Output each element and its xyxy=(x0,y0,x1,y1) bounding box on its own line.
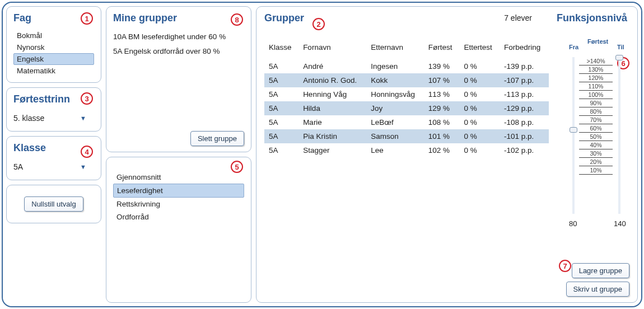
fortesttrinn-panel: 3 Førtesttrinn 5. klasse ▼ xyxy=(6,87,101,132)
group-item[interactable]: 10A BM leseferdighet under 60 % xyxy=(113,30,244,44)
fag-list: BokmålNynorskEngelskMatematikk xyxy=(13,30,94,77)
category-item[interactable]: Ordforråd xyxy=(113,210,244,223)
range-min: 80 xyxy=(569,219,577,228)
mine-grupper-list: 10A BM leseferdighet under 60 %5A Engels… xyxy=(113,30,244,58)
cell-etternavn: Ingesen xyxy=(366,59,424,73)
cell-forbedring: -129 p.p. xyxy=(500,101,549,115)
cell-klasse: 5A xyxy=(264,115,298,129)
cell-ettertest: 0 % xyxy=(459,59,500,73)
group-item[interactable]: 5A Engelsk ordforråd over 80 % xyxy=(113,44,244,59)
klasse-dropdown[interactable]: 5A ▼ xyxy=(13,160,86,174)
mid-column: 8 Mine grupper 10A BM leseferdighet unde… xyxy=(106,6,251,303)
table-zone: Grupper 2 7 elever KlasseFornavnEtternav… xyxy=(264,12,549,296)
scale-tick: 50% xyxy=(579,133,613,141)
scale-tick: 40% xyxy=(579,141,613,149)
scale-tick: 80% xyxy=(579,107,613,116)
category-item[interactable]: Rettskrivning xyxy=(113,198,244,210)
cell-klasse: 5A xyxy=(264,87,298,101)
fag-item[interactable]: Engelsk xyxy=(13,53,94,65)
scale-tick: 60% xyxy=(579,124,613,133)
reset-panel: Nullstill utvalg xyxy=(6,185,101,223)
badge-8: 8 xyxy=(231,13,243,26)
table-row[interactable]: 5AStaggerLee102 %0 %-102 p.p. xyxy=(264,143,549,157)
chevron-down-icon: ▼ xyxy=(80,163,86,170)
fag-item[interactable]: Nynorsk xyxy=(13,41,94,53)
cell-ettertest: 0 % xyxy=(459,129,500,143)
scale-tick: 20% xyxy=(579,158,613,166)
delete-group-button[interactable]: Slett gruppe xyxy=(190,131,244,146)
table-row[interactable]: 5AHildaJoy129 %0 %-129 p.p. xyxy=(264,101,549,115)
scale-tick: 10% xyxy=(579,166,613,175)
cell-fortest: 101 % xyxy=(424,129,460,143)
cell-forbedring: -107 p.p. xyxy=(500,73,549,87)
badge-3: 3 xyxy=(81,92,93,105)
category-item[interactable]: Leseferdighet xyxy=(113,184,244,198)
column-header[interactable]: Ettertest xyxy=(459,40,500,59)
cell-etternavn: Kokk xyxy=(366,73,424,87)
cell-forbedring: -113 p.p. xyxy=(500,87,549,101)
cell-fortest: 129 % xyxy=(424,101,460,115)
mine-grupper-title: Mine grupper xyxy=(113,12,244,24)
scale-tick: 90% xyxy=(579,99,613,107)
cell-etternavn: Lee xyxy=(366,143,424,157)
scale-tick: 120% xyxy=(579,74,613,82)
fag-item[interactable]: Matematikk xyxy=(13,65,94,77)
cell-fornavn: Stagger xyxy=(298,143,366,157)
print-group-button[interactable]: Skriv ut gruppe xyxy=(566,282,629,297)
fra-thumb[interactable] xyxy=(570,127,577,133)
cell-ettertest: 0 % xyxy=(459,101,500,115)
column-header[interactable]: Fornavn xyxy=(298,40,366,59)
column-header[interactable]: Forbedring xyxy=(500,40,549,59)
column-header[interactable]: Førtest xyxy=(424,40,460,59)
scale-tick: 70% xyxy=(579,116,613,124)
cell-etternavn: Samson xyxy=(366,129,424,143)
klasse-panel: 4 Klasse 5A ▼ xyxy=(6,136,101,180)
save-group-button[interactable]: Lagre gruppe xyxy=(572,263,629,278)
badge-1: 1 xyxy=(81,12,93,25)
table-row[interactable]: 5AAntonio R. God.Kokk107 %0 %-107 p.p. xyxy=(264,73,549,87)
fag-item[interactable]: Bokmål xyxy=(13,30,94,41)
cell-forbedring: -108 p.p. xyxy=(500,115,549,129)
cell-ettertest: 0 % xyxy=(459,73,500,87)
table-row[interactable]: 5AHenning VågHonningsvåg113 %0 %-113 p.p… xyxy=(264,87,549,101)
scale-tick: >140% xyxy=(579,57,613,65)
fag-panel: 1 Fag BokmålNynorskEngelskMatematikk xyxy=(6,6,101,83)
scale-tick: 30% xyxy=(579,149,613,158)
klasse-value: 5A xyxy=(13,162,23,171)
cell-fortest: 102 % xyxy=(424,143,460,157)
cell-klasse: 5A xyxy=(264,101,298,115)
cell-fortest: 108 % xyxy=(424,115,460,129)
grupper-panel: Grupper 2 7 elever KlasseFornavnEtternav… xyxy=(256,6,638,303)
scale-ticks: >140%130%120%110%100%90%80%70%60%50%40%3… xyxy=(579,57,613,175)
til-slider[interactable] xyxy=(618,57,620,214)
action-buttons: Lagre gruppe Skriv ut gruppe xyxy=(566,263,629,297)
column-header[interactable]: Klasse xyxy=(264,40,298,59)
til-thumb[interactable] xyxy=(615,55,623,60)
fortesttrinn-dropdown[interactable]: 5. klasse ▼ xyxy=(13,111,86,125)
cell-fornavn: Hilda xyxy=(298,101,366,115)
scale-tick: 110% xyxy=(579,82,613,91)
cell-klasse: 5A xyxy=(264,143,298,157)
funksjon-title: Funksjonsnivå xyxy=(557,12,629,24)
cell-klasse: 5A xyxy=(264,129,298,143)
cell-fortest: 113 % xyxy=(424,87,460,101)
table-row[interactable]: 5AMarieLeBœf108 %0 %-108 p.p. xyxy=(264,115,549,129)
right-column: Grupper 2 7 elever KlasseFornavnEtternav… xyxy=(256,6,638,303)
cell-fornavn: Marie xyxy=(298,115,366,129)
category-item[interactable]: Gjennomsnitt xyxy=(113,171,244,184)
left-column: 1 Fag BokmålNynorskEngelskMatematikk 3 F… xyxy=(6,6,101,303)
cell-fortest: 139 % xyxy=(424,59,460,73)
reset-button[interactable]: Nullstill utvalg xyxy=(24,196,83,212)
cell-ettertest: 0 % xyxy=(459,87,500,101)
cell-etternavn: Joy xyxy=(366,101,424,115)
cell-etternavn: Honningsvåg xyxy=(366,87,424,101)
cell-ettertest: 0 % xyxy=(459,115,500,129)
fra-slider[interactable] xyxy=(572,57,575,214)
column-header[interactable]: Etternavn xyxy=(366,40,424,59)
cell-etternavn: LeBœf xyxy=(366,115,424,129)
table-row[interactable]: 5AAndréIngesen139 %0 %-139 p.p. xyxy=(264,59,549,73)
fra-label: Fra xyxy=(569,44,578,50)
table-row[interactable]: 5APia KristinSamson101 %0 %-101 p.p. xyxy=(264,129,549,143)
funksjon-panel: Funksjonsnivå Fra Førtest Til 6 >140%130… xyxy=(557,12,629,296)
badge-4: 4 xyxy=(81,146,93,158)
